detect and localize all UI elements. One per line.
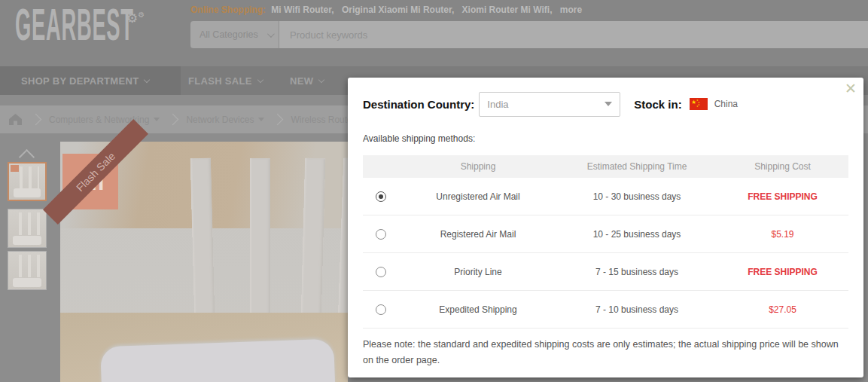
search-input[interactable] (279, 21, 868, 48)
hot-link-mi-wifi-router[interactable]: Mi Wifi Router, (271, 5, 333, 15)
product-main-image[interactable]: mi Flash Sale (60, 142, 348, 382)
breadcrumb-network-devices[interactable]: Network Devices (178, 115, 272, 125)
shipping-row-registered-air-mail[interactable]: Registered Air Mail 10 - 25 business day… (363, 215, 848, 253)
chevron-down-icon (267, 30, 275, 38)
stock-in-label: Stock in: (634, 98, 681, 111)
shipping-time: 7 - 10 business days (557, 304, 717, 315)
thumbnail-image-base (13, 236, 41, 245)
shipping-note: Please note: the standard and expedited … (363, 337, 848, 368)
online-shopping-label: Online Shopping: (190, 5, 266, 15)
breadcrumb-separator (167, 114, 179, 126)
shipping-radio[interactable] (376, 229, 386, 240)
shipping-method-name: Expedited Shipping (399, 304, 557, 315)
shipping-time: 7 - 15 business days (557, 267, 717, 277)
table-header-shipping: Shipping (399, 161, 557, 172)
thumbnail-image (15, 167, 39, 189)
product-thumbnail-2[interactable] (8, 209, 47, 248)
available-methods-label: Available shipping methods: (363, 133, 848, 144)
thumbnail-image-base (13, 278, 41, 287)
shipping-cost: $27.05 (717, 304, 848, 315)
hot-link-xiomi-router[interactable]: Xiomi Router Mi Wifi, (462, 5, 553, 15)
caret-down-icon (605, 102, 612, 106)
shipping-method-name: Registered Air Mail (399, 229, 557, 240)
caret-down-icon (154, 118, 160, 121)
nav-label-new: NEW (290, 75, 313, 87)
router-body (100, 339, 337, 382)
shipping-time: 10 - 25 business days (557, 229, 717, 240)
table-header-cost: Shipping Cost (717, 161, 848, 172)
shipping-radio[interactable] (376, 267, 386, 277)
chevron-down-icon (144, 76, 150, 82)
shipping-cost: $5.19 (717, 229, 848, 240)
shipping-cost: FREE SHIPPING (717, 191, 848, 202)
thumbnail-scroll-up-icon[interactable] (20, 148, 35, 163)
breadcrumb-separator (272, 114, 284, 126)
shipping-cost: FREE SHIPPING (717, 267, 848, 277)
site-header: GEARBEST ⚙⚙ Online Shopping: Mi Wifi Rou… (0, 0, 868, 66)
china-flag-icon: ★ ★ ★ ★ ★ (690, 98, 708, 110)
shipping-row-priority-line[interactable]: Priority Line 7 - 15 business days FREE … (363, 253, 848, 291)
breadcrumb-computers-networking[interactable]: Computers & Networking (41, 115, 167, 125)
caret-down-icon (258, 118, 264, 121)
close-icon[interactable]: ✕ (845, 81, 857, 96)
shipping-radio[interactable] (376, 191, 386, 202)
shipping-methods-modal: ✕ Destination Country: India Stock in: ★… (348, 78, 863, 377)
shipping-method-name: Priority Line (399, 267, 557, 277)
chevron-down-icon (257, 76, 263, 82)
product-thumbnail-1-selected[interactable] (8, 162, 47, 201)
nav-new[interactable]: NEW (290, 66, 324, 95)
shipping-row-unregistered-air-mail[interactable]: Unregistered Air Mail 10 - 30 business d… (363, 178, 848, 215)
chevron-down-icon (318, 76, 324, 82)
shipping-method-name: Unregistered Air Mail (399, 191, 557, 202)
hot-search-links: Online Shopping: Mi Wifi Router, Origina… (190, 5, 587, 15)
shipping-methods-table: Shipping Estimated Shipping Time Shippin… (363, 155, 848, 329)
gearbest-logo-text: GEARBEST (15, 0, 134, 50)
search-bar: All Categories (190, 21, 868, 48)
shipping-time: 10 - 30 business days (557, 191, 717, 202)
home-icon (8, 113, 23, 126)
table-header-time: Estimated Shipping Time (557, 161, 717, 172)
destination-country-value: India (487, 99, 508, 110)
thumbnail-image-base (14, 188, 41, 197)
hot-link-more[interactable]: more (560, 5, 582, 15)
nav-flash-sale[interactable]: FLASH SALE (188, 66, 263, 95)
breadcrumb-label: Network Devices (186, 115, 254, 125)
shipping-radio[interactable] (376, 304, 386, 315)
thumbnail-image (14, 212, 40, 235)
gearbest-logo[interactable]: GEARBEST ⚙⚙ (15, 9, 180, 41)
stock-in-value: China (714, 99, 738, 109)
breadcrumb-separator (30, 114, 42, 126)
breadcrumb-home[interactable] (0, 105, 30, 133)
thumbnail-image (14, 255, 40, 277)
destination-row: Destination Country: India Stock in: ★ ★… (363, 91, 848, 117)
destination-country-select[interactable]: India (479, 92, 620, 117)
product-thumbnail-3[interactable] (8, 251, 47, 290)
destination-country-label: Destination Country: (363, 98, 474, 111)
nav-label-department: SHOP BY DEPARTMENT (21, 75, 139, 87)
svg-text:★: ★ (696, 105, 699, 108)
table-header-row: Shipping Estimated Shipping Time Shippin… (363, 155, 848, 178)
gear-icon: ⚙⚙ (126, 11, 145, 26)
nav-shop-by-department[interactable]: SHOP BY DEPARTMENT (0, 66, 181, 95)
shipping-row-expedited-shipping[interactable]: Expedited Shipping 7 - 10 business days … (363, 291, 848, 329)
search-category-dropdown[interactable]: All Categories (190, 21, 279, 48)
hot-link-original-xiaomi[interactable]: Original Xiaomi Mi Router, (342, 5, 454, 15)
search-category-label: All Categories (199, 29, 258, 40)
nav-label-flash-sale: FLASH SALE (188, 75, 252, 87)
